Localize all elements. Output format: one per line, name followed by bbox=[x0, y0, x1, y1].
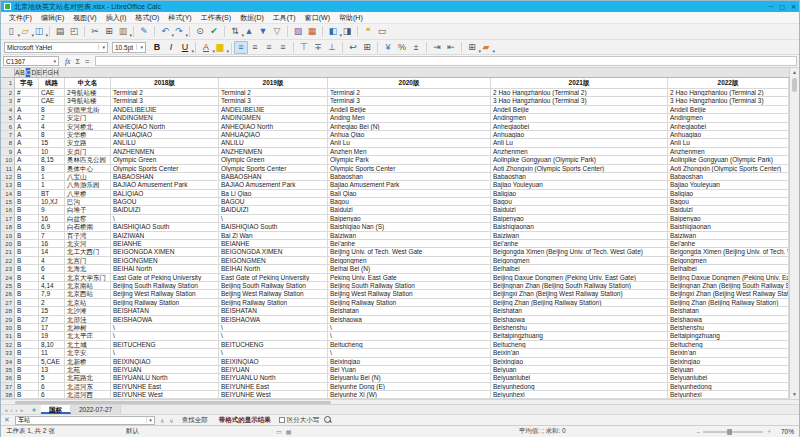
row-number[interactable]: 34 bbox=[1, 358, 15, 366]
menu-item[interactable]: 格式(O) bbox=[131, 12, 163, 24]
cell-2020[interactable]: Beishatan bbox=[328, 307, 491, 315]
cell-2020[interactable]: Andeli Beijie bbox=[328, 106, 491, 114]
cell-line[interactable]: 8 bbox=[39, 106, 65, 114]
cell-2020[interactable]: Beijing Univ. of Tech. West Gate bbox=[328, 248, 491, 256]
cell-2022[interactable]: Beishenshu bbox=[668, 324, 789, 332]
cell-2021[interactable]: 2 Hao Hangzhanlou (Terminal 2) bbox=[491, 89, 668, 97]
cell-chinese-name[interactable]: 北太平庄 bbox=[65, 332, 111, 340]
cell-line[interactable]: 1 bbox=[39, 181, 65, 189]
cell-2021[interactable]: Baishiqiaonan bbox=[491, 223, 668, 231]
menu-item[interactable]: 数据(D) bbox=[236, 12, 268, 24]
cell-2018[interactable]: BEISHAOWA bbox=[111, 316, 219, 324]
cell-2021[interactable]: Beixin'an bbox=[491, 349, 668, 357]
row-number[interactable]: 12 bbox=[1, 173, 15, 181]
cell-2019[interactable]: BEISHAOWA bbox=[219, 316, 328, 324]
cell-2020[interactable]: \ bbox=[328, 349, 491, 357]
cell-2021[interactable]: Aolinpike Gongyuan (Olympic Park) bbox=[491, 156, 668, 164]
currency-format-icon[interactable]: ¥ bbox=[381, 41, 395, 54]
cell-2019[interactable]: Olympic Green bbox=[219, 156, 328, 164]
cell-2019[interactable]: ANDELIBEIJIE bbox=[219, 106, 328, 114]
cell-chinese-name[interactable]: 2号航站楼 bbox=[65, 89, 111, 97]
equals-icon[interactable]: = bbox=[85, 57, 89, 66]
clone-formatting-icon[interactable]: ✎ bbox=[137, 25, 151, 38]
cell-letter[interactable]: B bbox=[15, 215, 39, 223]
cell-chinese-name[interactable]: 北土城 bbox=[65, 341, 111, 349]
cell-2022[interactable]: Beiyuan bbox=[668, 366, 789, 374]
menu-item[interactable]: 窗口(W) bbox=[301, 12, 334, 24]
row-number[interactable]: 38 bbox=[1, 391, 15, 399]
header-chinese-name[interactable]: 中文名 bbox=[65, 78, 111, 89]
cell-line[interactable]: 4 bbox=[39, 123, 65, 131]
italic-icon[interactable]: I bbox=[164, 41, 178, 54]
row-number[interactable]: 32 bbox=[1, 341, 15, 349]
cell-chinese-name[interactable]: 北苑路北 bbox=[65, 374, 111, 382]
cell-chinese-name[interactable]: 八里桥 bbox=[65, 190, 111, 198]
cell-2019[interactable]: BEITUCHENG bbox=[219, 341, 328, 349]
cell-chinese-name[interactable]: 北工大西门 bbox=[65, 248, 111, 256]
cell-2018[interactable]: BAGOU bbox=[111, 198, 219, 206]
split-window-icon[interactable]: ◨ bbox=[340, 25, 354, 38]
open-icon[interactable]: ▱ bbox=[18, 25, 32, 38]
cell-2019[interactable]: BEIGONGMEN bbox=[219, 257, 328, 265]
cell-chinese-name[interactable]: 八宝山 bbox=[65, 173, 111, 181]
scroll-down-icon[interactable]: ▼ bbox=[790, 390, 799, 399]
row-number[interactable]: 26 bbox=[1, 290, 15, 298]
cell-chinese-name[interactable]: 北苑 bbox=[65, 366, 111, 374]
function-wizard-icon[interactable]: fx bbox=[65, 57, 70, 66]
cell-2020[interactable]: Peking Univ. East Gate bbox=[328, 274, 491, 282]
cell-chinese-name[interactable]: 北安河 bbox=[65, 240, 111, 248]
cell-2019[interactable]: BEIYUNHE East bbox=[219, 383, 328, 391]
cell-letter[interactable]: B bbox=[15, 232, 39, 240]
cell-2020[interactable]: Beixinqiao bbox=[328, 358, 491, 366]
cell-2018[interactable]: BEITUCHENG bbox=[111, 341, 219, 349]
cell-line[interactable]: 14 bbox=[39, 248, 65, 256]
menu-item[interactable]: 样式(Y) bbox=[164, 12, 195, 24]
cell-2019[interactable]: East Gate of Peking University bbox=[219, 274, 328, 282]
cell-line[interactable]: 8,10 bbox=[39, 341, 65, 349]
cell-2018[interactable]: ANZHENMEN bbox=[111, 148, 219, 156]
cell-line[interactable]: 6 bbox=[39, 391, 65, 399]
name-box[interactable]: C1367 ▾ bbox=[3, 56, 59, 66]
cell-line[interactable]: 13 bbox=[39, 366, 65, 374]
cell-2019[interactable]: Bai Zi Wan bbox=[219, 232, 328, 240]
cell-letter[interactable]: B bbox=[15, 190, 39, 198]
cell-2021[interactable]: Beitaipingzhuang bbox=[491, 332, 668, 340]
cell-2020[interactable]: Beitucheng bbox=[328, 341, 491, 349]
add-sheet-button[interactable]: ＋ bbox=[27, 405, 41, 414]
cell-2022[interactable]: Beijingxi Zhan (Beijing West Railway Sta… bbox=[668, 290, 789, 298]
cell-2020[interactable]: Beigongmen bbox=[328, 257, 491, 265]
find-all-button[interactable]: 查找全部 bbox=[179, 416, 211, 425]
cell-line[interactable]: 15 bbox=[39, 139, 65, 147]
cell-2018[interactable]: BEIYUNHE West bbox=[111, 391, 219, 399]
sheet-nav-icon[interactable]: » bbox=[20, 407, 23, 413]
row-number[interactable]: 29 bbox=[1, 316, 15, 324]
cell-2021[interactable]: Beiyuanlubei bbox=[491, 374, 668, 382]
zoom-out-icon[interactable]: − bbox=[696, 429, 700, 435]
cell-line[interactable]: 27 bbox=[39, 316, 65, 324]
header-2022[interactable]: 2022版 bbox=[668, 78, 789, 89]
cell-2022[interactable]: Beiyuanlubei bbox=[668, 374, 789, 382]
cell-2021[interactable]: Bajiao Youleyuan bbox=[491, 181, 668, 189]
cell-line[interactable]: 9 bbox=[39, 206, 65, 214]
cell-2021[interactable]: Baiziwan bbox=[491, 232, 668, 240]
cell-2022[interactable]: Beitucheng bbox=[668, 341, 789, 349]
row-number[interactable]: 5 bbox=[1, 114, 15, 122]
cell-line[interactable]: 16 bbox=[39, 215, 65, 223]
cell-2018[interactable]: BEIGONGMEN bbox=[111, 257, 219, 265]
sheet-nav-icon[interactable]: « bbox=[5, 407, 8, 413]
cell-chinese-name[interactable]: 北京南站 bbox=[65, 282, 111, 290]
find-previous-button[interactable]: ∧ bbox=[160, 417, 164, 424]
cell-2022[interactable]: Beijingnan Zhan (Beijing South Railway S… bbox=[668, 282, 789, 290]
percent-format-icon[interactable]: % bbox=[395, 41, 409, 54]
row-number[interactable]: 14 bbox=[1, 190, 15, 198]
copy-icon[interactable]: ⊞ bbox=[102, 25, 116, 38]
paste-icon[interactable]: ▥ bbox=[116, 25, 130, 38]
cut-icon[interactable]: ✂ bbox=[88, 25, 102, 38]
cell-2018[interactable]: BEISHATAN bbox=[111, 307, 219, 315]
cell-chinese-name[interactable]: 北新桥 bbox=[65, 358, 111, 366]
row-number[interactable]: 21 bbox=[1, 248, 15, 256]
cell-2018[interactable]: BAIZIWAN bbox=[111, 232, 219, 240]
close-find-bar-icon[interactable]: ✕ bbox=[4, 416, 10, 424]
cell-chinese-name[interactable]: 百子湾 bbox=[65, 232, 111, 240]
cell-2020[interactable]: Terminal 2 bbox=[328, 89, 491, 97]
